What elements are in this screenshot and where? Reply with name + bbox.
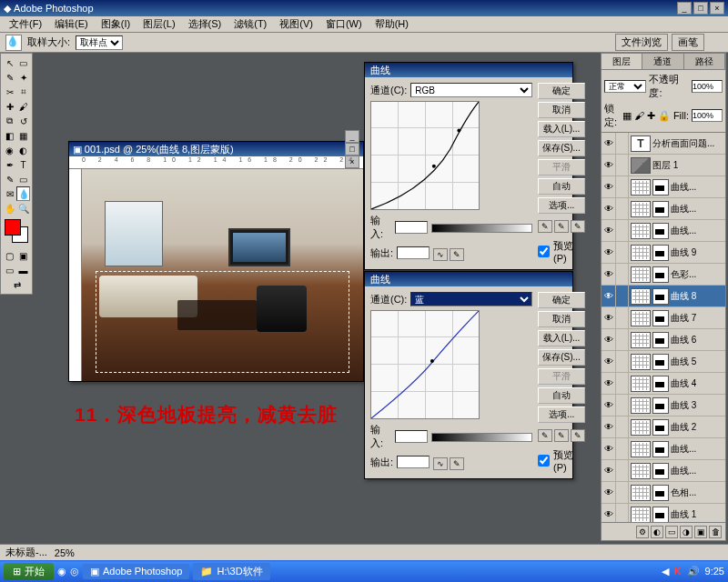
visibility-icon[interactable]: 👁: [602, 176, 616, 197]
hand-tool[interactable]: ✋: [3, 201, 16, 216]
channel-select-2[interactable]: 蓝: [410, 292, 532, 306]
move-tool[interactable]: ↖: [3, 55, 16, 70]
link-cell[interactable]: [616, 416, 629, 437]
smooth-button[interactable]: 平滑: [538, 159, 585, 176]
sample-size-select[interactable]: 取样点: [76, 35, 123, 50]
tab-layers[interactable]: 图层: [602, 54, 642, 69]
menu-layer[interactable]: 图层(L): [137, 17, 180, 31]
output-field-2[interactable]: [397, 456, 430, 468]
visibility-icon[interactable]: 👁: [602, 416, 616, 437]
curve-graph[interactable]: [370, 101, 480, 210]
link-cell[interactable]: [616, 242, 629, 263]
visibility-icon[interactable]: 👁: [602, 460, 616, 481]
preview-checkbox[interactable]: [538, 246, 550, 257]
eyedrop-white-icon[interactable]: ✎: [571, 220, 585, 233]
input-field[interactable]: [395, 221, 428, 234]
ruler-horizontal[interactable]: 0 2 4 6 8 10 12 14 16 18 20 22 24: [69, 156, 363, 169]
layer-thumb[interactable]: [631, 310, 651, 326]
canvas[interactable]: [82, 169, 363, 381]
visibility-icon[interactable]: 👁: [602, 242, 616, 263]
task-explorer[interactable]: 📁H:\3D软件: [193, 563, 269, 580]
layer-row[interactable]: 👁色相...: [602, 482, 725, 504]
screen-std[interactable]: ▭: [3, 263, 16, 277]
output-field[interactable]: [397, 246, 430, 259]
layer-row[interactable]: 👁曲线 7: [602, 307, 725, 329]
options-button[interactable]: 选项...: [538, 197, 585, 214]
save-button-2[interactable]: 保存(S)...: [538, 349, 585, 366]
layer-row[interactable]: 👁曲线 2: [602, 416, 725, 438]
fill-field[interactable]: [692, 109, 723, 122]
input-gradient-2[interactable]: [431, 433, 532, 442]
layer-row[interactable]: 👁曲线 3: [602, 395, 725, 416]
visibility-icon[interactable]: 👁: [602, 133, 616, 154]
start-button[interactable]: ⊞开始: [4, 563, 54, 580]
marquee-tool[interactable]: ▭: [16, 55, 30, 70]
menu-edit[interactable]: 编辑(E): [49, 17, 94, 31]
link-cell[interactable]: [616, 155, 629, 176]
link-cell[interactable]: [616, 460, 629, 481]
mask-thumb[interactable]: [652, 332, 669, 348]
quicklaunch-icon-2[interactable]: ◎: [70, 566, 79, 577]
layer-row[interactable]: 👁曲线...: [602, 198, 725, 220]
color-swatches[interactable]: [3, 219, 30, 245]
menu-image[interactable]: 图象(I): [96, 17, 136, 31]
adjust-icon[interactable]: ◑: [680, 526, 693, 538]
mask-thumb[interactable]: [652, 463, 669, 479]
quickmask-on[interactable]: ▣: [16, 248, 30, 263]
minimize-button[interactable]: _: [677, 2, 692, 15]
mask-thumb[interactable]: [652, 201, 669, 217]
quickmask-off[interactable]: ▢: [3, 248, 16, 263]
eraser-tool[interactable]: ◧: [3, 128, 16, 143]
link-cell[interactable]: [616, 133, 629, 154]
link-cell[interactable]: [616, 504, 629, 522]
visibility-icon[interactable]: 👁: [602, 482, 616, 503]
mask-thumb[interactable]: [652, 310, 669, 326]
history-brush-tool[interactable]: ↺: [16, 114, 30, 128]
visibility-icon[interactable]: 👁: [602, 373, 616, 394]
menu-view[interactable]: 视图(V): [274, 17, 318, 31]
trash-icon[interactable]: 🗑: [709, 526, 722, 538]
lock-move-icon[interactable]: ✚: [647, 110, 655, 122]
task-photoshop[interactable]: ▣Adobe Photoshop: [83, 564, 189, 579]
link-cell[interactable]: [616, 220, 629, 241]
layer-row[interactable]: 👁曲线...: [602, 460, 725, 482]
visibility-icon[interactable]: 👁: [602, 264, 616, 285]
layer-thumb[interactable]: [631, 245, 651, 261]
mask-thumb[interactable]: [652, 354, 669, 370]
heal-tool[interactable]: ✚: [3, 99, 16, 114]
link-cell[interactable]: [616, 395, 629, 416]
tab-paths[interactable]: 路径: [684, 54, 725, 69]
link-cell[interactable]: [616, 351, 629, 372]
menu-filter[interactable]: 滤镜(T): [228, 17, 272, 31]
visibility-icon[interactable]: 👁: [602, 438, 616, 459]
lasso-tool[interactable]: ✎: [3, 70, 16, 85]
maximize-button[interactable]: □: [693, 2, 708, 15]
eyedropper-icon[interactable]: 💧: [5, 35, 22, 51]
link-cell[interactable]: [616, 286, 629, 306]
quicklaunch-icon[interactable]: ◉: [57, 566, 66, 577]
visibility-icon[interactable]: 👁: [602, 198, 616, 219]
layer-row[interactable]: 👁曲线 6: [602, 329, 725, 351]
pen-tool[interactable]: ✎: [3, 172, 16, 186]
path-tool[interactable]: ✒: [3, 157, 16, 172]
layer-thumb[interactable]: [631, 507, 651, 523]
layer-row[interactable]: 👁曲线 1: [602, 504, 725, 522]
link-cell[interactable]: [616, 438, 629, 459]
curve-graph-2[interactable]: [370, 310, 480, 419]
layer-thumb[interactable]: [631, 157, 651, 174]
layer-thumb[interactable]: [631, 288, 651, 305]
layer-thumb[interactable]: [631, 485, 651, 501]
layer-row[interactable]: 👁曲线 8: [602, 286, 725, 307]
curve-pencil-tool[interactable]: ✎: [450, 248, 464, 261]
tab-brushes[interactable]: 画笔: [672, 34, 704, 51]
brush-tool[interactable]: 🖌: [16, 99, 30, 114]
layer-thumb[interactable]: [631, 397, 651, 414]
link-cell[interactable]: [616, 198, 629, 219]
document-titlebar[interactable]: ▣ 001.psd @ 25%(曲线 8,图层蒙版) _□×: [69, 142, 363, 156]
mask-thumb[interactable]: [652, 419, 669, 436]
mask-icon[interactable]: ◐: [651, 526, 663, 538]
smooth-button-2[interactable]: 平滑: [538, 368, 585, 385]
visibility-icon[interactable]: 👁: [602, 155, 616, 176]
lock-brush-icon[interactable]: 🖌: [634, 110, 644, 121]
gradient-tool[interactable]: ▦: [16, 128, 30, 143]
